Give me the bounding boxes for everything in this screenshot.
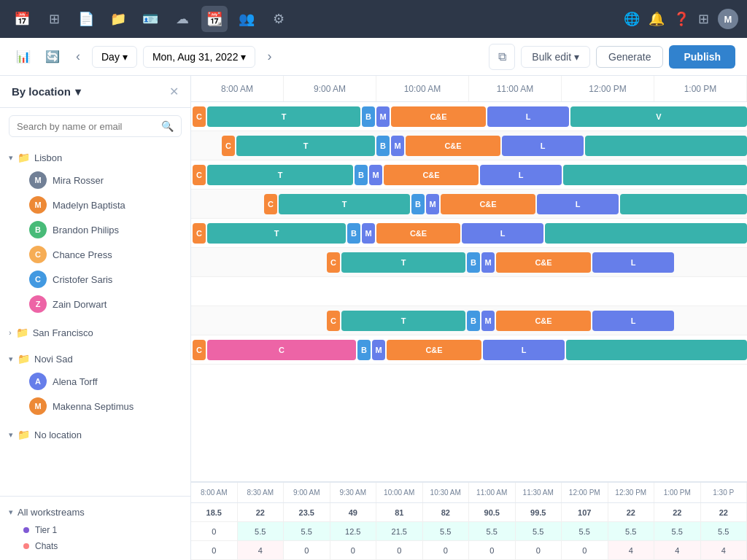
shift-block[interactable]: [545, 223, 747, 244]
novisad-group-header[interactable]: ▾ 📁 Novi Sad: [0, 349, 190, 369]
search-input[interactable]: [17, 121, 157, 132]
chart-icon[interactable]: 📊: [12, 45, 35, 68]
shift-block[interactable]: C: [193, 223, 206, 244]
user-avatar[interactable]: M: [718, 9, 738, 29]
nav-gear-icon[interactable]: ⚙: [266, 6, 292, 32]
location-selector[interactable]: By location ▾: [12, 85, 81, 98]
tier1-item[interactable]: Tier 1: [0, 522, 190, 538]
apps-icon[interactable]: ⊞: [698, 11, 709, 27]
nav-person-icon[interactable]: 🪪: [137, 6, 163, 32]
shift-block[interactable]: C: [327, 252, 340, 273]
shift-block[interactable]: C: [327, 311, 340, 331]
shift-block[interactable]: B: [355, 165, 368, 185]
list-item[interactable]: A Alena Torff: [0, 369, 190, 394]
workstreams-label: All workstreams: [18, 507, 85, 518]
shift-block[interactable]: L: [537, 194, 619, 214]
question-icon[interactable]: ❓: [673, 11, 689, 27]
shift-block[interactable]: C: [193, 340, 206, 360]
shift-block[interactable]: B: [362, 106, 375, 127]
shift-block[interactable]: B: [347, 223, 360, 244]
shift-block[interactable]: C&E: [384, 165, 479, 185]
next-arrow[interactable]: ›: [261, 46, 277, 67]
shift-block[interactable]: [563, 165, 747, 185]
list-item[interactable]: C Cristofer Saris: [0, 267, 190, 292]
list-item[interactable]: M Madelyn Baptista: [0, 192, 190, 217]
sf-group-header[interactable]: › 📁 San Francisco: [0, 322, 190, 343]
shift-block[interactable]: C: [193, 106, 206, 127]
shift-block[interactable]: M: [376, 106, 390, 127]
shift-block[interactable]: L: [483, 340, 565, 360]
shift-block[interactable]: M: [391, 136, 404, 156]
nav-schedule-icon[interactable]: 📆: [201, 6, 228, 32]
shift-block[interactable]: B: [467, 311, 480, 331]
list-item[interactable]: Z Zain Dorwart: [0, 292, 190, 316]
shift-block[interactable]: L: [487, 106, 569, 127]
shift-block[interactable]: C: [222, 136, 235, 156]
nolocation-group-header[interactable]: ▾ 📁 No location: [0, 424, 190, 445]
schedule-view-icon[interactable]: ⧉: [489, 44, 515, 70]
shift-block[interactable]: [585, 136, 747, 156]
shift-block[interactable]: B: [357, 340, 371, 360]
nav-people-icon[interactable]: 👥: [233, 6, 260, 32]
shift-block[interactable]: B: [411, 194, 425, 214]
search-box[interactable]: 🔍: [9, 115, 182, 137]
list-item[interactable]: M Mira Rosser: [0, 168, 190, 192]
bell-icon[interactable]: 🔔: [649, 11, 665, 27]
date-selector[interactable]: Mon, Aug 31, 2022 ▾: [143, 46, 256, 68]
shift-block[interactable]: T: [341, 252, 465, 273]
shift-block[interactable]: L: [462, 223, 543, 244]
shift-block[interactable]: C&E: [391, 106, 486, 127]
shift-block[interactable]: T: [207, 165, 353, 185]
close-sidebar-button[interactable]: ✕: [169, 85, 179, 98]
chats-item[interactable]: Chats: [0, 538, 190, 554]
shift-block[interactable]: C&E: [441, 194, 535, 214]
shift-block[interactable]: V: [570, 106, 747, 127]
nav-calendar-icon[interactable]: 📅: [9, 6, 35, 32]
shift-block[interactable]: M: [369, 165, 382, 185]
day-selector[interactable]: Day ▾: [92, 46, 137, 68]
list-item[interactable]: M Makenna Septimus: [0, 394, 190, 419]
shift-block[interactable]: B: [467, 252, 480, 273]
list-item[interactable]: B Brandon Philips: [0, 217, 190, 242]
shift-block[interactable]: C&E: [496, 311, 591, 331]
avatar: B: [29, 221, 47, 238]
shift-block[interactable]: M: [481, 311, 495, 331]
shift-block[interactable]: [620, 194, 747, 214]
shift-block[interactable]: L: [592, 252, 674, 273]
nav-grid-icon[interactable]: ⊞: [41, 6, 67, 32]
lisbon-group-header[interactable]: ▾ 📁 Lisbon: [0, 147, 190, 168]
bulk-edit-button[interactable]: Bulk edit ▾: [521, 46, 590, 68]
globe-icon[interactable]: 🌐: [624, 11, 640, 27]
stats-time-slot: 11:30 AM: [516, 483, 562, 502]
shift-block[interactable]: C&E: [387, 340, 481, 360]
refresh-icon[interactable]: 🔄: [41, 45, 64, 68]
shift-block[interactable]: T: [341, 311, 465, 331]
shift-block[interactable]: [566, 340, 747, 360]
shift-block[interactable]: L: [592, 311, 674, 331]
list-item[interactable]: C Chance Press: [0, 242, 190, 267]
shift-block[interactable]: B: [376, 136, 390, 156]
shift-block[interactable]: M: [426, 194, 439, 214]
shift-block[interactable]: C: [207, 340, 356, 360]
nav-doc-icon[interactable]: 📄: [73, 6, 99, 32]
shift-block[interactable]: M: [372, 340, 385, 360]
publish-button[interactable]: Publish: [669, 45, 735, 69]
shift-block[interactable]: T: [236, 136, 375, 156]
shift-block[interactable]: M: [481, 252, 495, 273]
shift-block[interactable]: C&E: [406, 136, 500, 156]
shift-block[interactable]: L: [502, 136, 584, 156]
nav-cloud-icon[interactable]: ☁: [169, 6, 196, 32]
shift-block[interactable]: C&E: [496, 252, 591, 273]
shift-block[interactable]: T: [207, 106, 360, 127]
shift-block[interactable]: C&E: [376, 223, 460, 244]
workstreams-header[interactable]: ▾ All workstreams: [0, 502, 190, 522]
shift-block[interactable]: T: [207, 223, 346, 244]
shift-block[interactable]: T: [279, 194, 410, 214]
shift-block[interactable]: C: [264, 194, 277, 214]
prev-arrow[interactable]: ‹: [70, 46, 86, 67]
nav-folder-icon[interactable]: 📁: [105, 6, 131, 32]
shift-block[interactable]: L: [480, 165, 562, 185]
shift-block[interactable]: C: [193, 165, 206, 185]
shift-block[interactable]: M: [362, 223, 375, 244]
generate-button[interactable]: Generate: [596, 46, 663, 68]
